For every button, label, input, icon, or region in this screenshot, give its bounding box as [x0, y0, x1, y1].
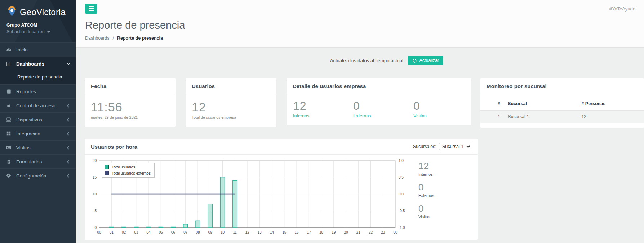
- chart-stats: 12Internos0Externos0Visitas: [413, 157, 434, 238]
- legend-label: Total usuarios: [112, 165, 135, 169]
- grid-icon: [6, 131, 12, 136]
- sidebar-item-formularios[interactable]: Formularios: [0, 154, 76, 168]
- app-name: GeoVictoria: [20, 7, 66, 17]
- chevron-left-icon: [67, 160, 71, 163]
- geovictoria-logo-icon: [6, 6, 17, 19]
- refresh-button-label: Actualizar: [419, 58, 439, 63]
- svg-text:15: 15: [93, 175, 97, 179]
- legend-swatch-icon: [105, 165, 109, 169]
- card-detalle-title: Detalle de usuarios empresa: [287, 78, 471, 94]
- current-time: 11:56: [91, 100, 169, 114]
- sidebar-item-integracion[interactable]: Integración: [0, 126, 76, 140]
- svg-text:0.0: 0.0: [399, 192, 404, 196]
- sidebar-item-control-de-acceso[interactable]: Control de acceso: [0, 98, 76, 112]
- brand-row[interactable]: GeoVictoria: [6, 6, 76, 19]
- legend-swatch-icon: [105, 171, 109, 175]
- svg-text:02: 02: [122, 230, 126, 234]
- chevron-left-icon: [67, 146, 71, 149]
- sidebar-item-label: Dispositivos: [16, 117, 42, 122]
- breadcrumb-dashboards[interactable]: Dashboards: [85, 36, 109, 41]
- topbar: #YoTeAyudo: [76, 0, 644, 17]
- card-fecha-title: Fecha: [85, 78, 176, 94]
- monitoreo-table: #Sucursal# Personas1Sucursal 112: [480, 97, 644, 123]
- header-band: #YoTeAyudo Reporte de presencia Dashboar…: [76, 0, 644, 48]
- detalle-label: Internos: [293, 113, 349, 118]
- detalle-item-externos: 0Externos: [349, 99, 409, 118]
- gauge-icon: [6, 47, 12, 53]
- table-cell: 12: [578, 111, 644, 123]
- legend-entry: Total usuarios externos: [105, 171, 151, 175]
- hashtag-label: #YoTeAyudo: [609, 6, 635, 12]
- gear-icon: [6, 173, 12, 179]
- user-menu[interactable]: Sebastian Iribarren: [6, 29, 76, 34]
- svg-text:0: 0: [94, 226, 97, 230]
- detalle-label: Visitas: [413, 113, 469, 118]
- svg-text:22: 22: [369, 230, 373, 234]
- sidebar-item-dashboards[interactable]: Dashboards: [0, 57, 76, 71]
- sidebar-item-inicio[interactable]: Inicio: [0, 42, 76, 57]
- svg-text:23: 23: [381, 230, 385, 234]
- chart-stat-label: Visitas: [418, 215, 434, 219]
- svg-text:19: 19: [332, 230, 336, 234]
- chart-title: Usuarios por hora: [91, 144, 137, 150]
- sidebar-item-label: Inicio: [16, 47, 28, 53]
- breadcrumb-current: Reporte de presencia: [117, 36, 163, 41]
- id-card-icon: [6, 145, 12, 150]
- bar-chart-icon: [6, 61, 12, 67]
- chart-card: Usuarios por hora Sucursales: Sucursal 1…: [85, 139, 478, 240]
- refresh-button[interactable]: Actualizar: [408, 56, 443, 65]
- svg-text:5: 5: [94, 209, 97, 213]
- main-area: #YoTeAyudo Reporte de presencia Dashboar…: [76, 0, 644, 243]
- table-cell: Sucursal 1: [505, 111, 578, 123]
- refresh-row: Actualiza los datos al tiempo actual: Ac…: [107, 55, 644, 66]
- breadcrumb: Dashboards / Reporte de presencia: [85, 36, 635, 41]
- table-cell: 1: [480, 111, 505, 123]
- card-detalle: Detalle de usuarios empresa 12Internos0E…: [287, 78, 471, 125]
- chart-stat-label: Externos: [418, 193, 434, 198]
- chart-legend: Total usuariosTotal usuarios externos: [102, 163, 155, 178]
- svg-text:03: 03: [134, 230, 138, 234]
- svg-text:11: 11: [233, 230, 237, 234]
- svg-text:13: 13: [258, 230, 262, 234]
- sidebar-nav: InicioDashboardsReporte de presenciaRepo…: [0, 42, 76, 183]
- sidebar-item-dispositivos[interactable]: Dispositivos: [0, 112, 76, 126]
- chevron-down-icon: [67, 62, 71, 65]
- card-usuarios: Usuarios 12 Total de usuarios empresa: [186, 78, 276, 127]
- sidebar-item-visitas[interactable]: Visitas: [0, 140, 76, 154]
- chart-header: Usuarios por hora Sucursales: Sucursal 1: [85, 139, 478, 155]
- sidebar-toggle-button[interactable]: [85, 4, 97, 14]
- svg-text:12: 12: [245, 230, 249, 234]
- sucursal-select[interactable]: Sucursal 1: [439, 143, 471, 150]
- svg-text:18: 18: [319, 230, 324, 234]
- card-usuarios-title: Usuarios: [186, 78, 276, 94]
- sucursal-filter: Sucursales: Sucursal 1: [413, 143, 471, 150]
- refresh-icon: [412, 58, 417, 63]
- chart-stat-value: 0: [418, 203, 434, 214]
- svg-text:06: 06: [171, 230, 176, 234]
- monitoreo-column-header: # Personas: [578, 97, 644, 111]
- form-icon: [6, 159, 12, 165]
- sidebar-item-label: Dashboards: [16, 61, 44, 67]
- detalle-body: 12Internos0Externos0Visitas: [287, 94, 471, 125]
- chart-stat-value: 12: [418, 161, 434, 172]
- sidebar-item-label: Formularios: [16, 159, 42, 165]
- sidebar-item-reportes[interactable]: Reportes: [0, 84, 76, 98]
- svg-text:20: 20: [344, 230, 348, 234]
- detalle-item-visitas: 0Visitas: [409, 99, 469, 118]
- refresh-label: Actualiza los datos al tiempo actual:: [330, 58, 405, 63]
- caret-down-icon: [47, 31, 50, 33]
- lock-icon: [6, 103, 12, 108]
- svg-text:10: 10: [221, 230, 225, 234]
- detalle-value: 0: [353, 99, 409, 113]
- card-monitoreo: Monitoreo por sucursal #Sucursal# Person…: [480, 78, 644, 128]
- chart-stat-value: 0: [418, 182, 434, 193]
- sidebar-subitem-reporte-de-presencia[interactable]: Reporte de presencia: [0, 71, 76, 84]
- svg-text:10: 10: [93, 192, 97, 196]
- sidebar-item-configuracion[interactable]: Configuración: [0, 168, 76, 183]
- chevron-left-icon: [67, 132, 71, 135]
- monitoreo-column-header: #: [480, 97, 505, 111]
- svg-text:-0.5: -0.5: [399, 209, 405, 213]
- svg-text:05: 05: [159, 230, 163, 234]
- card-monitoreo-title: Monitoreo por sucursal: [480, 78, 644, 94]
- svg-text:01: 01: [110, 230, 114, 234]
